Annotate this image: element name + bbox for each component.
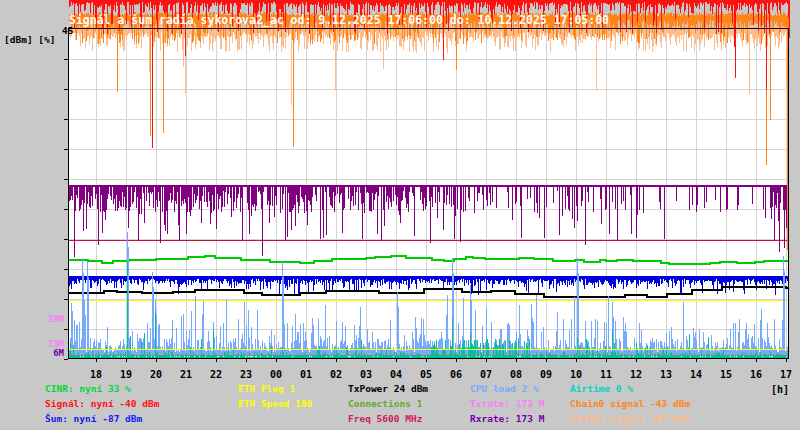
x-tick-17: 17	[780, 369, 792, 380]
x-tick-10: 10	[570, 369, 582, 380]
legend-chain0: Chain0 signal -43 dBm	[570, 398, 690, 409]
axis-top-mark: 45	[62, 25, 73, 36]
x-tick-11: 11	[600, 369, 612, 380]
chart-canvas	[0, 0, 800, 430]
x-tick-16: 16	[750, 369, 762, 380]
legend-sum: Šum: nyní -87 dBm	[45, 413, 142, 424]
legend-eth-plug: ETH Plug 1	[238, 383, 295, 394]
page-title: Signál a šum radia sykorova2_ac od: 9.12…	[69, 13, 609, 27]
x-tick-22: 22	[210, 369, 222, 380]
x-tick-09: 09	[540, 369, 552, 380]
legend-chain1: Chain1 signal -43 dBm	[570, 413, 690, 424]
x-tick-06: 06	[450, 369, 462, 380]
x-tick-23: 23	[240, 369, 252, 380]
legend-txrate: Txrate: 173 M	[470, 398, 544, 409]
legend-cinr: CINR: nyní 33 %	[45, 383, 131, 394]
legend-txpower: TxPower 24 dBm	[348, 383, 428, 394]
x-tick-03: 03	[360, 369, 372, 380]
x-tick-00: 00	[270, 369, 282, 380]
x-tick-04: 04	[390, 369, 402, 380]
x-tick-05: 05	[420, 369, 432, 380]
legend-connections: Connections 1	[348, 398, 422, 409]
x-tick-07: 07	[480, 369, 492, 380]
legend-signal: Signál: nyní -40 dBm	[45, 398, 159, 409]
x-tick-01: 01	[300, 369, 312, 380]
x-tick-14: 14	[690, 369, 702, 380]
legend-rxrate: Rxrate: 173 M	[470, 413, 544, 424]
monitoring-graph-page: Signál a šum radia sykorova2_ac od: 9.12…	[0, 0, 800, 430]
x-tick-13: 13	[660, 369, 672, 380]
legend-freq: Freq 5600 MHz	[348, 413, 422, 424]
x-tick-15: 15	[720, 369, 732, 380]
x-tick-18: 18	[90, 369, 102, 380]
legend-airtime: Airtime 0 %	[570, 383, 633, 394]
axis-unit-label: [dBm] [%]	[4, 34, 55, 45]
legend-cpu-load: CPU load 2 %	[470, 383, 539, 394]
x-tick-21: 21	[180, 369, 192, 380]
x-axis-unit: [h]	[771, 384, 789, 395]
x-tick-20: 20	[150, 369, 162, 380]
x-tick-12: 12	[630, 369, 642, 380]
x-tick-02: 02	[330, 369, 342, 380]
rate-mark-39M: 39M	[0, 314, 64, 324]
x-tick-19: 19	[120, 369, 132, 380]
rate-mark-6M: 6M	[0, 348, 64, 358]
x-tick-08: 08	[510, 369, 522, 380]
legend-eth-speed: ETH Speed 100	[238, 398, 312, 409]
